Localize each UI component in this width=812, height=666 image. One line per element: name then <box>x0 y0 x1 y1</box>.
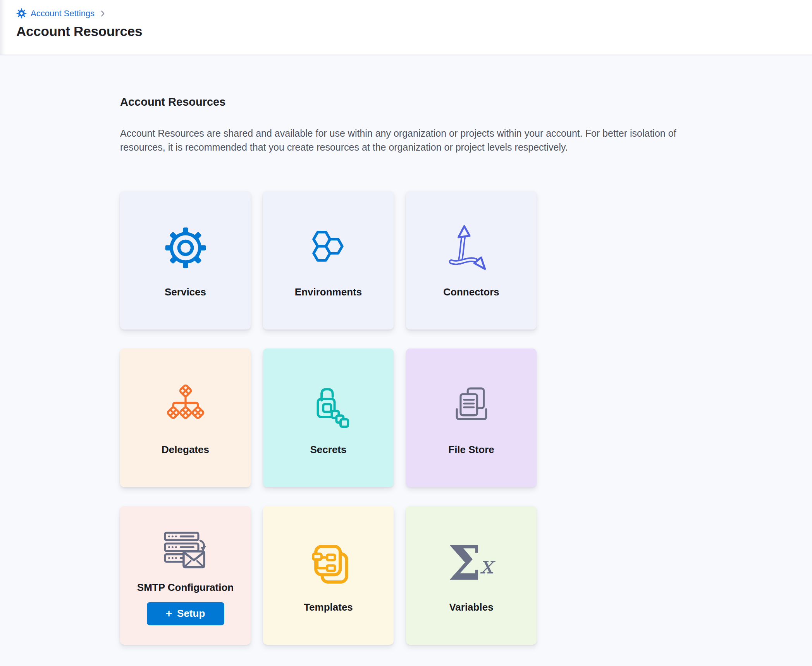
card-variables[interactable]: Σ x Variables <box>406 506 537 645</box>
card-services[interactable]: Services <box>120 191 251 330</box>
sigma-glyph: Σ <box>448 539 481 587</box>
card-label: SMTP Configuration <box>137 582 234 594</box>
account-settings-gear-icon <box>16 8 27 19</box>
card-label: Delegates <box>162 444 209 456</box>
breadcrumb-chevron-icon <box>98 9 107 18</box>
card-label: Templates <box>304 601 353 613</box>
section-description: Account Resources are shared and availab… <box>120 126 680 154</box>
card-smtp-configuration[interactable]: SMTP Configuration + Setup <box>120 506 251 645</box>
breadcrumb: Account Settings <box>16 8 812 19</box>
connectors-arrows-icon <box>447 223 495 273</box>
card-templates[interactable]: Templates <box>263 506 394 645</box>
environments-hexagons-icon <box>304 223 353 273</box>
plus-icon: + <box>166 608 172 619</box>
breadcrumb-link-account-settings[interactable]: Account Settings <box>31 9 95 19</box>
content: Account Resources Account Resources are … <box>0 55 812 645</box>
card-label: Secrets <box>310 444 347 456</box>
page-title: Account Resources <box>16 24 812 39</box>
sigma-x-glyph: x <box>480 553 493 577</box>
variables-sigma-icon: Σ x <box>448 538 495 588</box>
card-delegates[interactable]: Delegates <box>120 348 251 487</box>
resource-cards-grid: Services Environments <box>120 191 812 645</box>
secrets-lock-icon <box>305 380 352 431</box>
card-label: Variables <box>449 601 493 613</box>
smtp-setup-button[interactable]: + Setup <box>147 602 224 625</box>
file-store-documents-icon <box>448 380 495 431</box>
setup-button-label: Setup <box>177 608 205 620</box>
card-environments[interactable]: Environments <box>263 191 394 330</box>
card-label: File Store <box>448 444 494 456</box>
templates-icon <box>304 538 353 588</box>
section-title: Account Resources <box>120 96 812 108</box>
card-connectors[interactable]: Connectors <box>406 191 537 330</box>
card-secrets[interactable]: Secrets <box>263 348 394 487</box>
card-label: Connectors <box>443 286 499 298</box>
card-label: Services <box>165 286 206 298</box>
card-file-store[interactable]: File Store <box>406 348 537 487</box>
delegates-network-icon <box>163 380 208 431</box>
smtp-server-mail-icon <box>158 526 213 575</box>
services-gear-icon <box>162 223 209 273</box>
card-label: Environments <box>295 286 362 298</box>
page-header: Account Settings Account Resources <box>0 0 812 55</box>
